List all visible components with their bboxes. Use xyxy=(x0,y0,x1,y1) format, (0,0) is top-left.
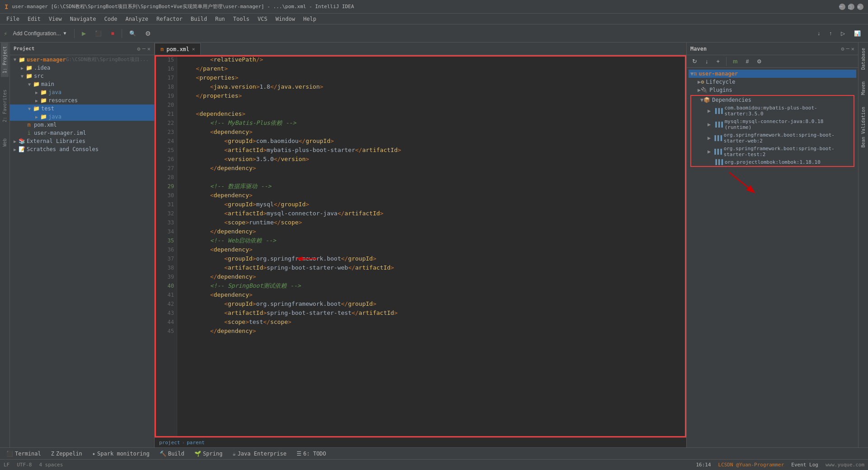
sync-icon: ⚡ xyxy=(4,30,7,37)
breadcrumb-item-parent[interactable]: parent xyxy=(187,440,205,446)
menu-view[interactable]: View xyxy=(45,15,66,23)
line-num-43: 43 xyxy=(155,309,174,318)
menu-analyze[interactable]: Analyze xyxy=(122,15,152,23)
left-tab-project[interactable]: 1: Project xyxy=(1,43,9,77)
code-line-18: <java.version>1.8</java.version> xyxy=(182,82,682,91)
menu-refactor[interactable]: Refactor xyxy=(153,15,186,23)
maven-item-dependencies[interactable]: ▼ 📦 Dependencies xyxy=(691,96,854,104)
tree-item-external-libs[interactable]: ▶ 📚 External Libraries xyxy=(10,137,154,145)
maven-label: org.springframework.boot:spring-boot-sta… xyxy=(724,132,852,144)
expand-icon: ▶ xyxy=(12,147,18,152)
tree-item-main[interactable]: ▼ 📁 main xyxy=(10,80,154,88)
code-line-26: <version>3.5.0</version> xyxy=(182,155,682,164)
maven-download-btn[interactable]: ↓ xyxy=(702,55,712,68)
maven-item-root[interactable]: ▼ m user-manager xyxy=(689,70,856,78)
line-num-15: 15 xyxy=(155,55,174,64)
maximize-btn[interactable]: □ xyxy=(848,4,854,10)
maven-close-icon[interactable]: ✕ xyxy=(851,46,854,52)
bottom-tab-spark[interactable]: ✦ Spark monitoring xyxy=(88,449,154,459)
menu-build[interactable]: Build xyxy=(187,15,211,23)
java-enterprise-icon: ☕ xyxy=(232,451,236,457)
status-utf8: UTF-8 xyxy=(17,462,32,468)
maven-tasks-btn[interactable]: # xyxy=(742,55,753,68)
bottom-tab-build[interactable]: 🔨 Build xyxy=(155,449,189,459)
vcs-push-button[interactable]: ↑ xyxy=(826,27,835,40)
menu-window[interactable]: Window xyxy=(272,15,298,23)
menu-help[interactable]: Help xyxy=(300,15,320,23)
sidebar-settings-icon[interactable]: ⚙ xyxy=(137,46,140,52)
bottom-tab-spring[interactable]: 🌱 Spring xyxy=(190,449,227,459)
code-line-38: <artifactId>spring-boot-starter-web</art… xyxy=(182,263,682,272)
code-line-15: <relativePath/> xyxy=(182,55,682,64)
code-editor[interactable]: <relativePath/> </parent> <properties> <… xyxy=(177,55,686,437)
code-line-27: </dependency> xyxy=(182,164,682,173)
maven-settings-icon[interactable]: ⚙ xyxy=(841,46,844,52)
maven-item-dep-5[interactable]: ▐▐▐ org.projectlombok:lombok:1.18.10 xyxy=(691,158,854,166)
tab-pom-xml[interactable]: m pom.xml ✕ xyxy=(155,43,201,55)
left-tab-web[interactable]: Web xyxy=(1,135,9,150)
vcs-update-button[interactable]: ↓ xyxy=(814,27,824,40)
maven-item-plugins[interactable]: ▶ 🔌 Plugins xyxy=(689,86,856,94)
menu-vcs[interactable]: VCS xyxy=(254,15,271,23)
status-event-log[interactable]: Event Log xyxy=(791,462,818,468)
maven-minimize-icon[interactable]: ─ xyxy=(846,46,849,52)
debug-button[interactable]: ⬛ xyxy=(91,27,105,40)
tab-label: Build xyxy=(168,451,184,457)
maven-item-lifecycle[interactable]: ▶ ⚙ Lifecycle xyxy=(689,78,856,86)
menu-run[interactable]: Run xyxy=(212,15,229,23)
tree-item-user-manager[interactable]: ▼ 📁 user-manager G:\CSDN教程\SpringBoot项目.… xyxy=(10,55,154,64)
bottom-tab-zeppelin[interactable]: Z Zeppelin xyxy=(47,449,87,459)
menu-code[interactable]: Code xyxy=(101,15,121,23)
close-btn[interactable]: ✕ xyxy=(857,4,863,10)
dep-icon: ▐▐▐ xyxy=(713,149,722,155)
tree-item-scratches[interactable]: ▶ 📝 Scratches and Consoles xyxy=(10,145,154,153)
title-bar: I user-manager [G:\CSDN教程\SpringBoot项目系列… xyxy=(0,0,868,14)
tree-item-test[interactable]: ▼ 📁 test xyxy=(10,104,154,113)
breadcrumb-item-project[interactable]: project xyxy=(159,440,180,446)
run-tasks-button[interactable]: ▷ xyxy=(837,27,849,40)
tree-item-iml[interactable]: i user-manager.iml xyxy=(10,129,154,137)
menu-file[interactable]: File xyxy=(3,15,23,23)
tab-close-icon[interactable]: ✕ xyxy=(192,46,195,52)
tree-label: External Libraries xyxy=(27,138,85,144)
maven-item-dep-1[interactable]: ▶ ▐▐▐ com.baomidou:mybatis-plus-boot-sta… xyxy=(691,104,854,118)
menu-edit[interactable]: Edit xyxy=(24,15,44,23)
maven-item-dep-3[interactable]: ▶ ▐▐▐ org.springframework.boot:spring-bo… xyxy=(691,131,854,145)
folder-icon: 📚 xyxy=(18,138,25,144)
stop-button[interactable]: ■ xyxy=(107,27,118,40)
maven-add-btn[interactable]: + xyxy=(713,55,724,68)
tree-item-resources[interactable]: ▶ 📁 resources xyxy=(10,96,154,104)
settings-button[interactable]: ⚙ xyxy=(142,27,155,40)
sidebar-collapse-icon[interactable]: ─ xyxy=(142,46,146,52)
minimize-btn[interactable]: ─ xyxy=(839,4,845,10)
maven-refresh-btn[interactable]: ↻ xyxy=(689,55,701,68)
sidebar-close-icon[interactable]: ✕ xyxy=(147,46,151,52)
add-config-button[interactable]: Add Configuration... ▼ xyxy=(9,27,71,40)
bottom-tab-java-enterprise[interactable]: ☕ Java Enterprise xyxy=(228,449,291,459)
menu-navigate[interactable]: Navigate xyxy=(66,15,100,23)
svg-line-3 xyxy=(729,172,752,190)
expand-icon: ▼ xyxy=(26,106,33,111)
left-tab-favorites[interactable]: 2: Favorites xyxy=(1,86,9,126)
run-button[interactable]: ▶ xyxy=(78,27,90,40)
side-tab-bean-validation[interactable]: Bean Validation xyxy=(859,103,867,151)
tree-item-src[interactable]: ▼ 📁 src xyxy=(10,72,154,80)
tree-item-java-test[interactable]: ▶ 📁 java xyxy=(10,113,154,121)
line-num-33: 33 xyxy=(155,218,174,227)
code-line-44: <scope>test</scope> xyxy=(182,318,682,327)
menu-tools[interactable]: Tools xyxy=(230,15,253,23)
side-tab-maven[interactable]: Maven xyxy=(859,78,867,99)
left-side-panel: 1: Project 2: Favorites Web xyxy=(0,43,10,447)
tree-item-java-main[interactable]: ▶ 📁 java xyxy=(10,88,154,96)
search-button[interactable]: 🔍 xyxy=(126,27,140,40)
profiler-button[interactable]: 📊 xyxy=(850,27,864,40)
bottom-tab-todo[interactable]: ☰ 6: TODO xyxy=(292,449,331,459)
side-tab-database[interactable]: Database xyxy=(859,44,867,73)
maven-settings2-btn[interactable]: ⚙ xyxy=(753,55,765,68)
maven-item-dep-4[interactable]: ▶ ▐▐▐ org.springframework.boot:spring-bo… xyxy=(691,145,854,158)
tree-item-idea[interactable]: ▶ 📁 .idea xyxy=(10,64,154,72)
maven-run-btn[interactable]: m xyxy=(729,55,741,68)
tree-item-pom[interactable]: m pom.xml xyxy=(10,121,154,129)
maven-item-dep-2[interactable]: ▶ ▐▐▐ mysql:mysql-connector-java:8.0.18 … xyxy=(691,118,854,131)
bottom-tab-terminal[interactable]: ⬛ Terminal xyxy=(2,449,46,459)
